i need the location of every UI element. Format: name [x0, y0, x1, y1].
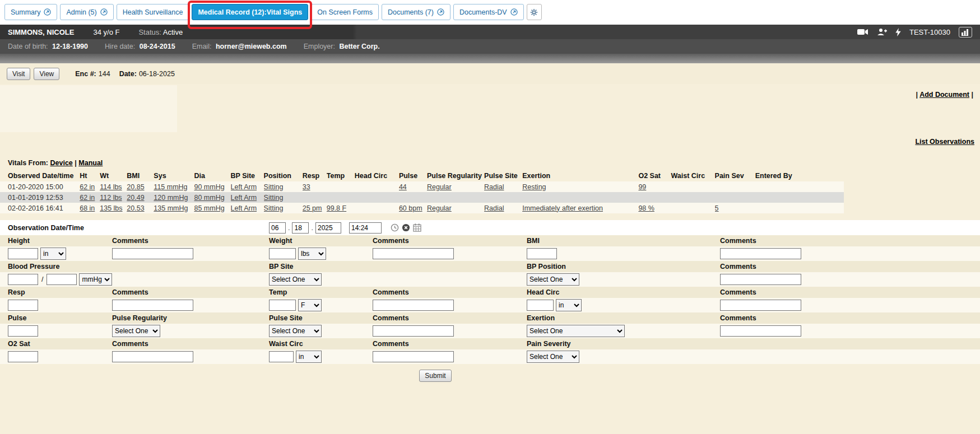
- height-comments-input[interactable]: [112, 248, 193, 259]
- o2-comments-input[interactable]: [112, 351, 193, 362]
- pain-severity-select[interactable]: Select One: [527, 351, 579, 363]
- o2-sat-input[interactable]: [8, 351, 38, 362]
- bmi-input[interactable]: [527, 248, 557, 259]
- bar-chart-icon[interactable]: [959, 27, 972, 38]
- vital-link[interactable]: 98 %: [638, 204, 654, 212]
- weight-input[interactable]: [269, 248, 296, 259]
- tab-summary[interactable]: Summary: [4, 4, 57, 20]
- vitals-manual-link[interactable]: Manual: [78, 159, 103, 167]
- bp-diastolic-input[interactable]: [47, 274, 77, 285]
- exertion-comments-input[interactable]: [720, 325, 801, 337]
- vital-link[interactable]: 112 lbs: [100, 194, 122, 202]
- list-observations-link[interactable]: List Observations: [915, 138, 974, 146]
- bp-systolic-input[interactable]: [8, 274, 38, 285]
- vital-link[interactable]: 135 mmHg: [154, 204, 188, 212]
- vital-link[interactable]: 62 in: [80, 194, 95, 202]
- bp-comments-input[interactable]: [720, 274, 801, 285]
- clear-icon[interactable]: [402, 223, 410, 232]
- head-circ-comments-input[interactable]: [720, 300, 801, 311]
- pulse-site-select[interactable]: Select One: [269, 325, 322, 337]
- weight-comments-input[interactable]: [373, 248, 454, 259]
- vital-link[interactable]: 68 in: [80, 204, 95, 212]
- vital-link[interactable]: 20.49: [127, 194, 144, 202]
- vital-link[interactable]: Left Arm: [231, 194, 257, 202]
- vital-link[interactable]: Sitting: [264, 194, 284, 202]
- vital-link[interactable]: 85 mmHg: [194, 204, 224, 212]
- vital-link[interactable]: Immediately after exertion: [522, 204, 603, 212]
- popout-icon[interactable]: [510, 8, 518, 16]
- exertion-select[interactable]: Select One: [527, 325, 625, 337]
- submit-button[interactable]: Submit: [419, 370, 451, 382]
- vital-link[interactable]: 114 lbs: [100, 183, 122, 191]
- head-circ-input[interactable]: [527, 300, 554, 311]
- col-entered-by: Entered By: [755, 170, 844, 181]
- weight-unit-select[interactable]: lbs: [298, 248, 326, 260]
- vital-link[interactable]: 20.53: [127, 204, 144, 212]
- waist-circ-input[interactable]: [269, 351, 294, 362]
- vital-link[interactable]: Sitting: [264, 183, 284, 191]
- obs-year-input[interactable]: [315, 222, 341, 234]
- popout-icon[interactable]: [44, 8, 51, 16]
- bp-unit-select[interactable]: mmHg: [79, 273, 112, 286]
- tab-medical-record-vital-signs[interactable]: Medical Record (12):Vital Signs: [192, 4, 308, 20]
- tab-documents-dv[interactable]: Documents-DV: [453, 4, 524, 20]
- add-person-icon[interactable]: [877, 28, 887, 36]
- vital-link[interactable]: Resting: [522, 183, 546, 191]
- vital-link[interactable]: Regular: [427, 183, 452, 191]
- obs-time-input[interactable]: [349, 222, 382, 234]
- obs-month-input[interactable]: [269, 222, 286, 234]
- popout-icon[interactable]: [100, 8, 108, 16]
- tab-on-screen-forms[interactable]: On Screen Forms: [311, 4, 379, 20]
- visit-button[interactable]: Visit: [7, 68, 30, 80]
- resp-input[interactable]: [8, 300, 38, 311]
- add-document-link[interactable]: Add Document: [919, 91, 969, 99]
- vital-link[interactable]: 115 mmHg: [154, 183, 187, 191]
- waist-circ-unit-select[interactable]: in: [296, 351, 322, 363]
- tab-health-surveillance[interactable]: Health Surveillance: [117, 4, 189, 20]
- vitals-device-link[interactable]: Device: [50, 159, 73, 167]
- temp-unit-select[interactable]: F: [298, 299, 322, 311]
- resp-comments-input[interactable]: [112, 300, 193, 311]
- vital-link[interactable]: 135 lbs: [100, 204, 122, 212]
- tab-documents[interactable]: Documents (7): [382, 4, 450, 20]
- vital-link[interactable]: 20.85: [127, 183, 144, 191]
- bp-position-select[interactable]: Select One: [527, 273, 579, 286]
- vital-link[interactable]: 62 in: [80, 183, 95, 191]
- vital-link[interactable]: 44: [399, 183, 407, 191]
- settings-button[interactable]: [527, 4, 542, 20]
- vital-link[interactable]: 33: [303, 183, 310, 191]
- vital-link[interactable]: 99.8 F: [327, 204, 346, 212]
- vital-link[interactable]: Sitting: [264, 204, 284, 212]
- vital-link[interactable]: 99: [638, 183, 646, 191]
- temp-input[interactable]: [269, 300, 296, 311]
- height-unit-select[interactable]: in: [40, 248, 66, 260]
- vital-link[interactable]: 5: [715, 204, 719, 212]
- video-camera-icon[interactable]: [857, 29, 868, 35]
- tab-admin[interactable]: Admin (5): [60, 4, 113, 20]
- popout-icon[interactable]: [437, 8, 444, 16]
- lightning-bolt-icon[interactable]: [895, 28, 901, 36]
- temp-comments-input[interactable]: [373, 300, 454, 311]
- vital-link[interactable]: Radial: [484, 204, 504, 212]
- calendar-icon[interactable]: [413, 223, 421, 232]
- vital-link[interactable]: Radial: [484, 183, 504, 191]
- view-button[interactable]: View: [34, 68, 59, 80]
- vital-link[interactable]: 25 pm: [303, 204, 322, 212]
- obs-day-input[interactable]: [292, 222, 309, 234]
- vital-link[interactable]: Regular: [427, 204, 452, 212]
- bmi-comments-input[interactable]: [720, 248, 801, 259]
- vital-link[interactable]: 90 mmHg: [194, 183, 224, 191]
- clock-icon[interactable]: [391, 223, 399, 232]
- height-input[interactable]: [8, 248, 38, 259]
- vital-link[interactable]: 80 mmHg: [194, 194, 224, 202]
- vital-link[interactable]: 120 mmHg: [154, 194, 188, 202]
- waist-comments-input[interactable]: [373, 351, 454, 362]
- pulse-comments-input[interactable]: [373, 325, 454, 337]
- head-circ-unit-select[interactable]: in: [556, 299, 582, 311]
- vital-link[interactable]: Left Arm: [231, 204, 257, 212]
- pulse-input[interactable]: [8, 325, 38, 337]
- vital-link[interactable]: 60 bpm: [399, 204, 422, 212]
- pulse-regularity-select[interactable]: Select One: [112, 325, 160, 337]
- vital-link[interactable]: Left Arm: [231, 183, 257, 191]
- bp-site-select[interactable]: Select One: [269, 273, 322, 286]
